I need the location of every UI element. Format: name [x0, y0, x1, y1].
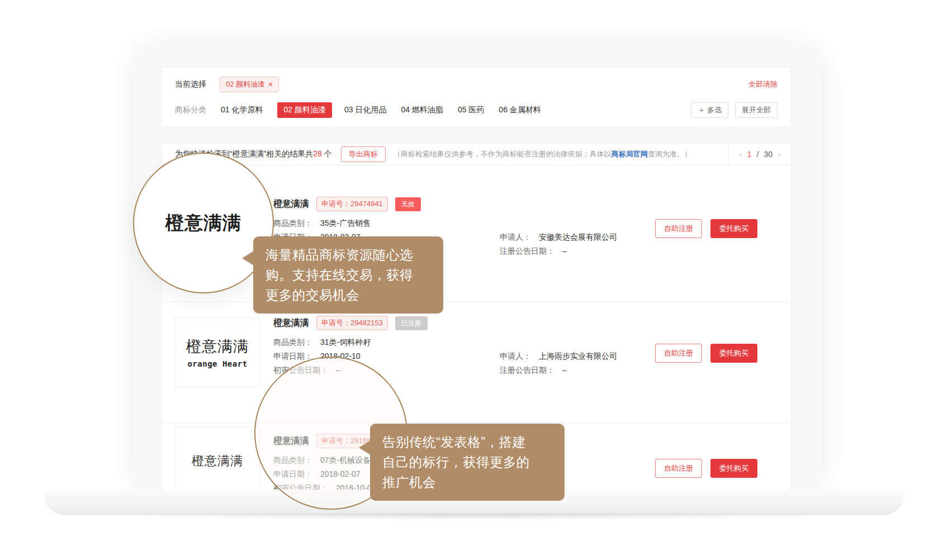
- next-page-icon[interactable]: ›: [778, 149, 780, 159]
- apply-date-value: 2018-02-10: [320, 352, 361, 360]
- entrust-buy-button[interactable]: 委托购买: [710, 459, 757, 478]
- apply-date-label: 申请日期：: [273, 352, 312, 360]
- trademark-name: 橙意满满: [273, 435, 309, 447]
- entrust-buy-button[interactable]: 委托购买: [710, 219, 757, 238]
- category-actions: ＋ 多选 展开全部: [691, 102, 778, 118]
- current-selection-label: 当前选择: [175, 79, 206, 89]
- magnified-trademark-text: 橙意满满: [165, 211, 241, 236]
- tooltip-line: 购。支持在线交易，获得: [266, 265, 431, 285]
- tooltip-line: 告别传统“发表格”，搭建: [382, 432, 552, 452]
- selected-filter-tag[interactable]: 02 颜料油漆 ×: [220, 77, 279, 92]
- remove-filter-icon[interactable]: ×: [268, 80, 273, 88]
- trademark-name: 橙意满满: [273, 317, 309, 329]
- category-item-03[interactable]: 03 日化用品: [344, 105, 386, 115]
- tooltip-marketplace: 海量精品商标资源随心选 购。支持在线交易，获得 更多的交易机会: [253, 236, 443, 314]
- category-label: 商标分类: [175, 105, 206, 115]
- category-row: 商标分类 01 化学原料 02 颜料油漆 03 日化用品 04 燃料油脂 05 …: [175, 102, 778, 118]
- category-item-02-selected[interactable]: 02 颜料油漆: [277, 102, 331, 118]
- applicant-label: 申请人：: [500, 352, 531, 360]
- application-number-tag: 申请号：29474941: [316, 197, 388, 211]
- trademark-details-2: 橙意满满 申请号：29482153 已注册 商品类别：31类-饲料种籽 申请日期…: [273, 316, 629, 379]
- clear-all-button[interactable]: 全部清除: [748, 79, 778, 89]
- multi-select-button[interactable]: ＋ 多选: [691, 102, 728, 118]
- self-register-button[interactable]: 自助注册: [655, 459, 702, 478]
- tooltip-line: 自己的标行，获得更多的: [382, 452, 552, 472]
- tooltip-line: 推广机会: [382, 472, 552, 492]
- reg-announce-label: 注册公告日期：: [500, 366, 554, 374]
- trademark-logo-subtext: orange Heart: [187, 359, 247, 368]
- self-register-button[interactable]: 自助注册: [655, 344, 702, 363]
- category-item-04[interactable]: 04 燃料油脂: [401, 105, 443, 115]
- trademark-name: 橙意满满: [273, 198, 309, 210]
- category-item-05[interactable]: 05 医药: [458, 105, 484, 115]
- page-separator: /: [757, 150, 759, 159]
- first-announce-label: 初审公告日期：: [273, 366, 328, 374]
- first-announce-value: –: [336, 366, 340, 374]
- category-field-label: 商品类别：: [273, 455, 312, 464]
- tooltip-arrow-left-icon: [242, 251, 254, 265]
- category-field-value: 35类-广告销售: [320, 219, 371, 227]
- prev-page-icon[interactable]: ‹: [740, 149, 742, 159]
- category-field-value: 07类-机械设备: [320, 455, 371, 464]
- apply-date-value: 2018-02-07: [320, 469, 361, 478]
- status-badge-registered: 已注册: [395, 316, 428, 330]
- self-register-button[interactable]: 自助注册: [655, 219, 702, 238]
- applicant-value: 上海雨步实业有限公司: [539, 352, 617, 360]
- results-header: 为您快速检索到“橙意满满”相关的结果共28 个 导出商标 （商标检索结果仅供参考…: [162, 143, 791, 165]
- expand-all-button[interactable]: 展开全部: [735, 102, 778, 118]
- pagination: ‹ 1 / 30 ›: [728, 143, 791, 165]
- category-field-label: 商品类别：: [273, 338, 312, 347]
- trademark-logo-text: 橙意满满: [192, 453, 243, 469]
- applicant-label: 申请人：: [500, 232, 531, 241]
- current-selection-row: 当前选择 02 颜料油漆 × 全部清除: [175, 77, 778, 92]
- application-number-tag: 申请号：29482153: [316, 316, 388, 330]
- apply-date-label: 申请日期：: [273, 469, 312, 478]
- reg-announce-label: 注册公告日期：: [500, 246, 554, 255]
- current-page: 1: [747, 150, 752, 159]
- trademark-image-3: 橙意满满: [175, 426, 260, 491]
- reg-announce-value: –: [562, 366, 567, 374]
- trademark-image-2: 橙意满满 orange Heart: [175, 317, 260, 387]
- trademark-logo-text: 橙意满满: [186, 336, 249, 357]
- tooltip-promotion: 告别传统“发表格”，搭建 自己的标行，获得更多的 推广机会: [370, 424, 565, 501]
- total-pages: 30: [764, 150, 773, 159]
- trademark-office-link[interactable]: 商标局官网: [612, 150, 648, 158]
- selected-filter-tag-text: 02 颜料油漆: [226, 79, 265, 89]
- category-item-01[interactable]: 01 化学原料: [221, 105, 263, 115]
- result-row-2: 橙意满满 orange Heart 橙意满满 申请号：29482153 已注册 …: [162, 302, 791, 423]
- export-trademark-button[interactable]: 导出商标: [341, 146, 386, 162]
- entrust-buy-button[interactable]: 委托购买: [710, 344, 757, 363]
- category-item-06[interactable]: 06 金属材料: [499, 105, 541, 115]
- tooltip-arrow-left-icon: [359, 440, 371, 455]
- results-count: 28: [313, 149, 322, 158]
- applicant-value: 安徽美达会展有限公司: [539, 232, 617, 241]
- results-disclaimer: （商标检索结果仅供参考，不作为商标能否注册的法律依据；具体以商标局官网查询为准。…: [394, 149, 691, 159]
- category-field-value: 31类-饲料种籽: [320, 338, 371, 347]
- reg-announce-value: –: [562, 246, 567, 255]
- status-badge-invalid: 无效: [395, 197, 421, 211]
- filter-card: 当前选择 02 颜料油漆 × 全部清除 商标分类 01 化学原料 02 颜料油漆…: [161, 67, 791, 127]
- category-field-label: 商品类别：: [273, 219, 312, 227]
- tooltip-line: 更多的交易机会: [266, 285, 431, 305]
- tooltip-line: 海量精品商标资源随心选: [266, 245, 431, 265]
